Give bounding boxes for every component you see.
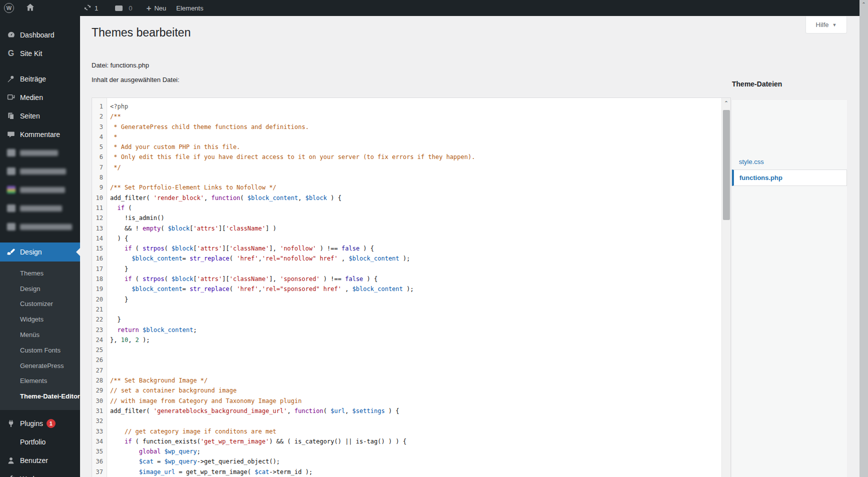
sidebar-item-label: Design	[20, 248, 42, 256]
updates-indicator[interactable]: 1	[79, 0, 103, 16]
code-editor[interactable]: 1<?php2/**3 * GeneratePress child theme …	[92, 98, 731, 477]
plugins-update-badge: 1	[47, 419, 56, 428]
sidebar-item-label: Dashboard	[20, 31, 55, 39]
user-icon	[6, 456, 16, 466]
wordpress-admin-screen: W 1 0 + Neu Elements	[0, 0, 868, 477]
admin-sidebar: Dashboard G Site Kit Beiträge Medien	[0, 16, 80, 477]
redacted-icon	[6, 222, 16, 232]
submenu-item-custom-fonts[interactable]: Custom Fonts	[0, 342, 80, 358]
sidebar-item-users[interactable]: Benutzer	[0, 451, 80, 470]
page-scrollbar[interactable]: ⌃	[859, 0, 868, 477]
redacted-icon	[6, 204, 16, 214]
wrench-icon	[6, 474, 16, 477]
comment-icon	[6, 130, 16, 140]
submenu-item-theme-file-editor[interactable]: Theme-Datei-Editor	[0, 388, 80, 404]
sidebar-item-label: Benutzer	[20, 456, 48, 464]
submenu-item-widgets[interactable]: Widgets	[0, 312, 80, 327]
elements-label: Elements	[176, 4, 203, 12]
design-submenu: Themes Design Customizer Widgets Menüs C…	[0, 262, 80, 410]
help-label: Hilfe	[816, 21, 829, 28]
sidebar-item-redacted-5[interactable]	[0, 218, 80, 236]
comments-icon	[115, 6, 123, 11]
file-link[interactable]: style.css	[739, 158, 764, 166]
sidebar-item-label: Beiträge	[20, 75, 46, 83]
sidebar-item-label: Kommentare	[20, 130, 60, 138]
media-icon	[6, 92, 16, 102]
submenu-item-menus[interactable]: Menüs	[0, 327, 80, 342]
admin-bar: W 1 0 + Neu Elements	[0, 0, 868, 16]
sidebar-item-label: Seiten	[20, 112, 40, 120]
theme-file-functions-php[interactable]: functions.php	[732, 170, 847, 186]
sidebar-item-portfolio[interactable]: Portfolio	[0, 432, 80, 451]
editor-scrollbar[interactable]: ⌃	[721, 98, 730, 477]
scroll-up-arrow-icon[interactable]: ⌃	[722, 98, 730, 108]
sidebar-item-comments[interactable]: Kommentare	[0, 125, 80, 144]
update-icon	[84, 4, 92, 13]
comments-count: 0	[129, 4, 132, 12]
comments-indicator[interactable]: 0	[110, 0, 137, 16]
file-link[interactable]: functions.php	[739, 174, 782, 182]
sidebar-item-label: Werkzeuge	[20, 475, 56, 477]
submenu-item-design[interactable]: Design	[0, 281, 80, 296]
submenu-item-customizer[interactable]: Customizer	[0, 296, 80, 312]
redacted-icon	[6, 166, 16, 176]
editor-scrollbar-thumb[interactable]	[723, 110, 730, 220]
theme-file-style-css[interactable]: style.css	[732, 154, 847, 170]
help-button[interactable]: Hilfe ▼	[805, 16, 847, 34]
sidebar-item-media[interactable]: Medien	[0, 88, 80, 106]
plus-icon: +	[146, 4, 151, 12]
code-area[interactable]: 1<?php2/**3 * GeneratePress child theme …	[92, 98, 730, 477]
pin-icon	[6, 74, 16, 84]
plugin-icon	[6, 418, 16, 428]
redacted-icon	[6, 148, 16, 158]
sidebar-item-redacted-3[interactable]	[0, 180, 80, 199]
appearance-brush-icon	[6, 247, 16, 257]
wordpress-logo-icon: W	[4, 3, 14, 13]
elements-menu[interactable]: Elements	[171, 0, 208, 16]
active-menu-arrow	[72, 248, 80, 256]
submenu-item-elements[interactable]: Elements	[0, 374, 80, 389]
home-icon	[26, 3, 35, 13]
theme-files-heading: Theme-Dateien	[732, 80, 782, 88]
theme-files-panel: style.css functions.php	[732, 100, 847, 477]
page-title: Themes bearbeiten	[92, 26, 191, 40]
new-label: Neu	[154, 4, 166, 12]
sidebar-item-dashboard[interactable]: Dashboard	[0, 26, 80, 44]
sitekit-icon: G	[6, 48, 16, 58]
scrollbar-up-arrow-icon[interactable]: ⌃	[859, 0, 868, 8]
updates-count: 1	[95, 4, 98, 12]
sidebar-item-pages[interactable]: Seiten	[0, 106, 80, 125]
sidebar-item-site-kit[interactable]: G Site Kit	[0, 44, 80, 62]
sidebar-item-label: Site Kit	[20, 50, 42, 58]
wp-logo-menu[interactable]: W	[0, 0, 19, 16]
file-label: Datei: functions.php	[92, 62, 149, 69]
sidebar-item-plugins[interactable]: Plugins 1	[0, 414, 80, 432]
sidebar-item-label: Portfolio	[20, 438, 46, 446]
main-content: Themes bearbeiten Hilfe ▼ Datei: functio…	[80, 16, 868, 477]
sidebar-item-design[interactable]: Design	[0, 242, 80, 262]
dashboard-icon	[6, 30, 16, 40]
visit-site-button[interactable]	[19, 0, 40, 16]
sidebar-item-redacted-2[interactable]	[0, 162, 80, 180]
sidebar-item-tools[interactable]: Werkzeuge	[0, 470, 80, 477]
sidebar-item-redacted-1[interactable]	[0, 144, 80, 162]
submenu-item-themes[interactable]: Themes	[0, 266, 80, 281]
sidebar-item-posts[interactable]: Beiträge	[0, 70, 80, 88]
chevron-down-icon: ▼	[832, 22, 837, 28]
file-content-label: Inhalt der ausgewählten Datei:	[92, 76, 180, 84]
portfolio-no-icon	[6, 437, 16, 447]
new-content-menu[interactable]: + Neu	[141, 0, 171, 16]
sidebar-item-label: Plugins	[20, 420, 43, 428]
sidebar-item-redacted-4[interactable]	[0, 199, 80, 218]
redacted-icon	[6, 185, 16, 195]
submenu-item-generatepress[interactable]: GeneratePress	[0, 358, 80, 374]
sidebar-item-label: Medien	[20, 94, 43, 102]
pages-icon	[6, 111, 16, 121]
